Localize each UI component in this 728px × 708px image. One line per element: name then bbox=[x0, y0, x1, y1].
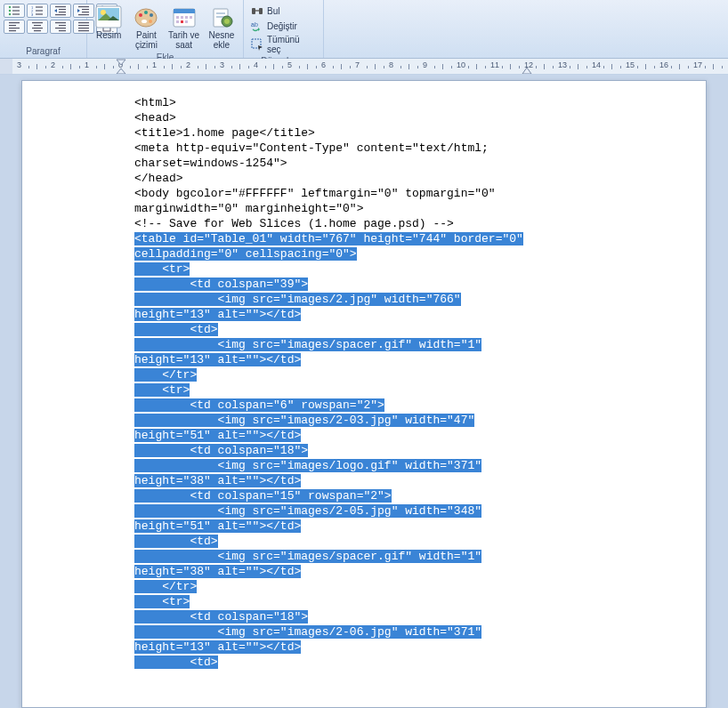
insert-object-label: Nesne ekle bbox=[204, 30, 239, 50]
svg-marker-79 bbox=[117, 60, 125, 65]
ribbon-group-insert: Resim Paint çizimi Tarih ve saat Nesne e… bbox=[87, 0, 244, 58]
insert-picture-button[interactable]: Resim bbox=[91, 2, 126, 42]
svg-text:ab: ab bbox=[251, 21, 258, 28]
svg-rect-62 bbox=[185, 16, 188, 19]
insert-object-button[interactable]: Nesne ekle bbox=[204, 2, 239, 52]
svg-rect-66 bbox=[185, 20, 188, 23]
horizontal-ruler[interactable]: 32101234567891011121314151617 bbox=[0, 59, 728, 75]
svg-rect-9 bbox=[9, 30, 16, 31]
svg-point-57 bbox=[142, 20, 147, 23]
svg-marker-80 bbox=[117, 68, 125, 74]
numbering-button[interactable]: 123 bbox=[27, 4, 48, 18]
align-center-button[interactable] bbox=[27, 20, 48, 34]
svg-point-55 bbox=[150, 13, 153, 17]
svg-rect-74 bbox=[255, 10, 259, 12]
svg-rect-3 bbox=[12, 10, 20, 11]
svg-point-71 bbox=[224, 19, 230, 24]
ribbon-group-paragraph: 123 bbox=[0, 0, 87, 58]
outdent-button[interactable] bbox=[50, 4, 71, 18]
svg-rect-27 bbox=[55, 28, 66, 28]
svg-rect-72 bbox=[252, 8, 255, 14]
svg-rect-24 bbox=[55, 14, 66, 15]
svg-marker-76 bbox=[258, 28, 260, 31]
svg-rect-11 bbox=[36, 6, 43, 7]
svg-point-4 bbox=[9, 13, 11, 15]
svg-rect-59 bbox=[174, 9, 195, 13]
svg-rect-23 bbox=[59, 12, 66, 12]
svg-rect-25 bbox=[55, 22, 66, 23]
object-icon bbox=[207, 4, 236, 30]
bullets-button[interactable] bbox=[4, 4, 25, 18]
replace-label: Değiştir bbox=[267, 21, 297, 31]
datetime-button[interactable]: Tarih ve saat bbox=[166, 2, 202, 52]
svg-rect-1 bbox=[12, 6, 20, 7]
find-button[interactable]: Bul bbox=[249, 4, 318, 18]
svg-rect-6 bbox=[9, 22, 20, 23]
svg-rect-73 bbox=[259, 8, 263, 14]
svg-rect-18 bbox=[32, 28, 43, 28]
ribbon-group-edit: Bul ab Değiştir Tümünü seç Düzenleme bbox=[244, 0, 324, 58]
svg-marker-22 bbox=[54, 9, 57, 12]
svg-rect-17 bbox=[34, 25, 41, 26]
svg-text:3: 3 bbox=[31, 12, 34, 16]
svg-rect-60 bbox=[176, 16, 179, 19]
document-area: <html><head><title>1.home page</title><m… bbox=[0, 75, 728, 708]
paint-drawing-button[interactable]: Paint çizimi bbox=[128, 2, 164, 52]
svg-rect-20 bbox=[55, 6, 66, 7]
select-all-button[interactable]: Tümünü seç bbox=[249, 34, 318, 55]
binoculars-icon bbox=[251, 4, 263, 17]
group-label-paragraph: Paragraf bbox=[4, 45, 83, 58]
replace-button[interactable]: ab Değiştir bbox=[249, 19, 318, 33]
align-right-button[interactable] bbox=[50, 20, 71, 34]
svg-point-54 bbox=[144, 11, 148, 14]
page: <html><head><title>1.home page</title><m… bbox=[21, 80, 707, 708]
svg-rect-65 bbox=[181, 20, 183, 23]
insert-picture-label: Resim bbox=[96, 30, 121, 40]
svg-point-2 bbox=[9, 10, 11, 12]
select-all-label: Tümünü seç bbox=[267, 35, 316, 54]
svg-marker-31 bbox=[77, 9, 80, 12]
svg-rect-19 bbox=[34, 30, 41, 31]
svg-rect-28 bbox=[59, 30, 66, 31]
paint-drawing-label: Paint çizimi bbox=[128, 30, 164, 50]
svg-rect-26 bbox=[59, 25, 66, 26]
svg-rect-64 bbox=[176, 20, 179, 23]
svg-rect-8 bbox=[9, 28, 20, 28]
ribbon: 123 bbox=[0, 0, 728, 59]
svg-rect-61 bbox=[181, 16, 183, 19]
svg-point-56 bbox=[149, 20, 152, 23]
svg-rect-13 bbox=[36, 10, 43, 11]
svg-point-0 bbox=[9, 6, 11, 8]
replace-icon: ab bbox=[251, 20, 263, 32]
document-text[interactable]: <html><head><title>1.home page</title><m… bbox=[22, 95, 706, 670]
datetime-label: Tarih ve saat bbox=[166, 30, 202, 50]
select-all-icon bbox=[251, 38, 263, 51]
align-left-button[interactable] bbox=[4, 20, 25, 34]
picture-icon bbox=[94, 4, 123, 30]
calendar-icon bbox=[170, 4, 198, 30]
svg-rect-63 bbox=[190, 16, 192, 19]
find-label: Bul bbox=[267, 6, 279, 16]
svg-rect-15 bbox=[36, 13, 43, 14]
svg-rect-5 bbox=[12, 13, 20, 14]
palette-icon bbox=[132, 4, 160, 30]
svg-rect-68 bbox=[216, 12, 225, 14]
svg-marker-81 bbox=[522, 68, 531, 74]
svg-rect-7 bbox=[9, 25, 16, 26]
svg-point-53 bbox=[139, 13, 142, 17]
svg-rect-16 bbox=[32, 22, 43, 23]
svg-rect-21 bbox=[59, 9, 66, 10]
